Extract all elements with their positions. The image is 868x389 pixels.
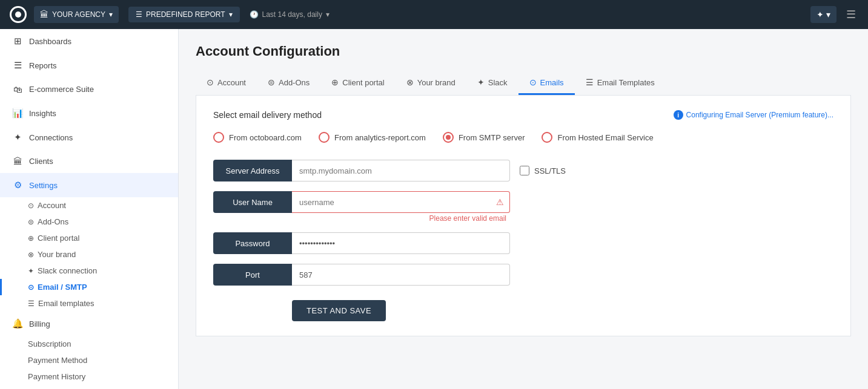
sidebar-label-settings: Settings (29, 181, 58, 190)
sidebar-sub-emailtemplates[interactable]: ☰ Email templates (0, 295, 178, 312)
sidebar-sub-yourbrand-label: Your brand (38, 250, 76, 259)
sidebar-sub-account[interactable]: ⊙ Account (0, 197, 178, 214)
radio-analyticsreport-label: From analytics-report.com (334, 133, 426, 142)
password-row: Password (213, 232, 833, 254)
ecommerce-icon: 🛍 (12, 84, 23, 94)
sidebar-sub-paymenthistory[interactable]: Payment History (0, 368, 178, 385)
sparkle-chevron: ▾ (826, 10, 830, 19)
sidebar-sub-email[interactable]: ⊙ Email / SMTP (0, 279, 178, 295)
sidebar-item-clients[interactable]: 🏛 Clients (0, 149, 178, 173)
tab-emailtemplates-label: Email Templates (597, 78, 655, 87)
tab-addons[interactable]: ⊜ Add-Ons (257, 71, 320, 95)
sidebar-sub-addons[interactable]: ⊜ Add-Ons (0, 214, 178, 230)
sub-addons-icon: ⊜ (28, 218, 34, 226)
tab-slack[interactable]: ✦ Slack (466, 71, 518, 95)
sparkle-button[interactable]: ✦ ▾ (810, 6, 837, 23)
test-save-container: TEST AND SAVE (292, 295, 833, 321)
server-address-label: Server Address (213, 160, 292, 181)
info-link-label: Configuring Email Server (Premium featur… (686, 111, 833, 119)
tabs-bar: ⊙ Account ⊜ Add-Ons ⊕ Client portal ⊗ Yo… (196, 71, 851, 96)
delivery-label: Select email delivery method (213, 110, 322, 120)
logo-button[interactable] (7, 4, 29, 25)
tab-yourbrand-icon: ⊗ (406, 77, 414, 87)
radio-analyticsreport[interactable]: From analytics-report.com (319, 132, 426, 143)
report-icon: ☰ (136, 10, 142, 19)
sidebar-sub-yourbrand[interactable]: ⊗ Your brand (0, 246, 178, 263)
tab-account-icon: ⊙ (207, 77, 214, 87)
radio-smtp[interactable]: From SMTP server (443, 132, 525, 143)
tab-clientportal-icon: ⊕ (331, 77, 339, 87)
sub-email-icon: ⊙ (28, 283, 34, 292)
radio-hosted[interactable]: From Hosted Email Service (542, 132, 653, 143)
sidebar-item-billing[interactable]: 🔔 Billing (0, 312, 178, 336)
sidebar-sub-clientportal-label: Client portal (38, 234, 79, 243)
connections-icon: ✦ (12, 132, 23, 143)
sidebar-sub-subscription-label: Subscription (28, 339, 71, 348)
info-icon: i (674, 110, 683, 120)
username-error-message: Please enter valid email (292, 214, 510, 223)
hamburger-icon: ☰ (846, 8, 856, 21)
sidebar-sub-clientportal[interactable]: ⊕ Client portal (0, 230, 178, 246)
ssl-label: SSL/TLS (534, 166, 566, 175)
password-label: Password (213, 232, 292, 254)
radio-octoboard[interactable]: From octoboard.com (213, 132, 302, 143)
sidebar-sub-slack[interactable]: ✦ Slack connection (0, 263, 178, 279)
info-link[interactable]: i Configuring Email Server (Premium feat… (674, 110, 833, 120)
tab-emails[interactable]: ⊙ Emails (518, 71, 575, 95)
radio-hosted-label: From Hosted Email Service (557, 133, 653, 142)
chevron-down-icon: ▾ (109, 10, 113, 19)
report-selector[interactable]: ☰ PREDEFINED REPORT ▾ (128, 7, 239, 22)
sidebar-item-ecommerce[interactable]: 🛍 E-commerce Suite (0, 77, 178, 101)
tab-emailtemplates[interactable]: ☰ Email Templates (575, 71, 666, 95)
sidebar-sub-emailtemplates-label: Email templates (38, 299, 94, 308)
test-save-button[interactable]: TEST AND SAVE (292, 300, 386, 321)
sparkle-icon: ✦ (817, 10, 824, 19)
sub-yourbrand-icon: ⊗ (28, 250, 34, 259)
username-error-text: Please enter valid email (429, 214, 506, 223)
tab-account-label: Account (217, 78, 246, 87)
sidebar-sub-subscription[interactable]: Subscription (0, 336, 178, 352)
sub-emailtemplates-icon: ☰ (28, 299, 35, 308)
sidebar-sub-paymentmethod[interactable]: Payment Method (0, 352, 178, 368)
reports-icon: ☰ (12, 60, 23, 71)
port-row: Port (213, 264, 833, 286)
tab-slack-label: Slack (488, 78, 508, 87)
radio-smtp-label: From SMTP server (459, 133, 525, 142)
sidebar-sub-addons-label: Add-Ons (38, 217, 68, 226)
delivery-header: Select email delivery method i Configuri… (213, 110, 833, 120)
grid-icon: ⊞ (12, 36, 23, 47)
port-input[interactable] (292, 264, 510, 286)
sidebar-item-settings[interactable]: ⚙ Settings (0, 173, 178, 197)
menu-button[interactable]: ☰ (841, 5, 861, 24)
sidebar-item-dashboards[interactable]: ⊞ Dashboards (0, 29, 178, 53)
sub-account-icon: ⊙ (28, 201, 34, 210)
ssl-checkbox[interactable] (520, 166, 529, 175)
username-row: User Name ⚠ Please enter valid email (213, 191, 833, 223)
tab-account[interactable]: ⊙ Account (196, 71, 257, 95)
tab-emails-label: Emails (540, 78, 564, 87)
agency-label: YOUR AGENCY (52, 10, 105, 19)
username-input-container: ⚠ (292, 191, 510, 213)
password-input-wrap (292, 232, 510, 254)
radio-analyticsreport-circle (319, 132, 330, 143)
server-address-row: Server Address SSL/TLS (213, 160, 833, 181)
tab-addons-icon: ⊜ (268, 77, 275, 87)
tab-yourbrand[interactable]: ⊗ Your brand (396, 71, 466, 95)
layout: ⊞ Dashboards ☰ Reports 🛍 E-commerce Suit… (0, 29, 868, 389)
sidebar-sub-paymentmethod-label: Payment Method (28, 356, 87, 365)
tab-clientportal[interactable]: ⊕ Client portal (320, 71, 395, 95)
username-input[interactable] (292, 191, 510, 213)
port-label: Port (213, 264, 292, 286)
sidebar-label-insights: Insights (29, 109, 56, 118)
password-input[interactable] (292, 232, 510, 254)
radio-hosted-circle (542, 132, 552, 143)
sidebar-item-reports[interactable]: ☰ Reports (0, 53, 178, 77)
sidebar-item-insights[interactable]: 📊 Insights (0, 101, 178, 125)
date-chevron-icon: ▾ (326, 10, 330, 19)
agency-selector[interactable]: 🏛 YOUR AGENCY ▾ (34, 6, 119, 23)
email-smtp-panel: Select email delivery method i Configuri… (196, 96, 851, 336)
date-range-selector[interactable]: 🕐 Last 14 days, daily ▾ (250, 10, 330, 19)
sidebar-item-connections[interactable]: ✦ Connections (0, 125, 178, 149)
server-address-input[interactable] (292, 160, 510, 181)
page-title: Account Configuration (196, 44, 851, 59)
